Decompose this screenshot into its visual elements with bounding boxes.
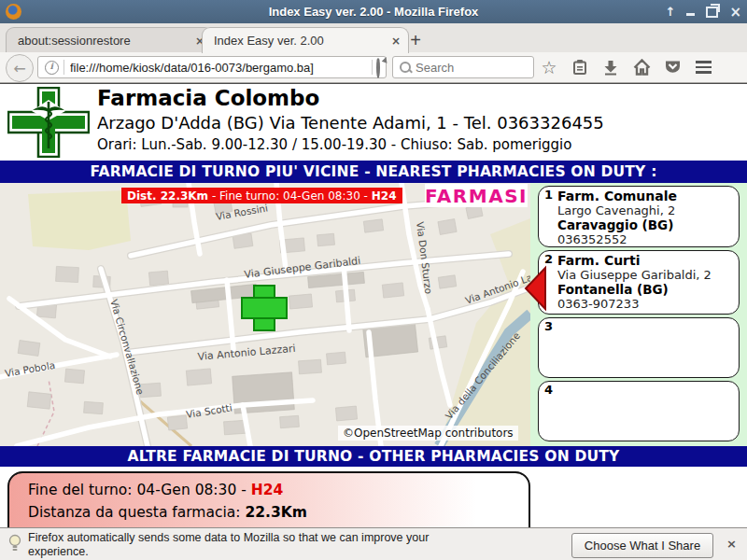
search-bar[interactable] — [392, 56, 534, 78]
pharmacy-list: 1 Farm. Comunale Largo Cavenaghi, 2 Cara… — [530, 183, 747, 446]
tab-label: Index Easy ver. 2.00 — [214, 34, 384, 48]
browser-window: Index Easy ver. 2.00 - Mozilla Firefox ↑… — [0, 0, 747, 560]
tab-sessionrestore[interactable]: about:sessionrestore × — [6, 27, 213, 53]
entry-name: Farm. Comunale — [557, 189, 735, 203]
distance-banner: Dist. 22.3Km - Fine turno: 04-Gen 08:30 … — [121, 188, 402, 203]
tab-strip: about:sessionrestore × Index Easy ver. 2… — [0, 23, 747, 53]
bookmark-star-icon[interactable]: ☆ — [540, 58, 558, 77]
update-arrow-icon[interactable]: ↑ — [666, 5, 676, 19]
home-icon[interactable] — [632, 58, 651, 77]
tab-index-easy[interactable]: Index Easy ver. 2.00 × — [202, 27, 409, 53]
notification-close-icon[interactable]: × — [726, 537, 737, 551]
page-info-icon[interactable] — [45, 61, 59, 75]
entry-number: 3 — [544, 319, 553, 333]
pharmacy-entry-4[interactable]: 4 — [538, 381, 740, 441]
minimize-button[interactable] — [686, 13, 695, 16]
h24-badge: H24 — [372, 189, 397, 203]
notification-text: Firefox automatically sends some data to… — [28, 531, 429, 559]
map-canvas: Via Rossini Via Giuseppe Garibaldi Via D… — [0, 183, 530, 446]
distance-line: Distanza da questa farmacia: 22.3Km — [28, 504, 307, 521]
entry-number: 4 — [544, 383, 553, 397]
search-icon — [400, 62, 411, 73]
entry-street: Largo Cavenaghi, 2 — [557, 203, 735, 217]
entry-number: 2 — [544, 252, 553, 266]
pharmacy-entry-1[interactable]: 1 Farm. Comunale Largo Cavenaghi, 2 Cara… — [538, 186, 740, 247]
entry-city: Caravaggio (BG) — [557, 217, 735, 232]
duty-end-line: Fine del turno: 04-Gen 08:30 - H24 — [28, 482, 283, 498]
entry-street: Via Giuseppe Garibaldi, 2 — [557, 268, 735, 282]
distance-value: Dist. 22.3Km — [127, 189, 208, 203]
url-input[interactable] — [64, 61, 372, 75]
nearest-pharmacies-banner: FARMACIE DI TURNO PIU' VICINE - NEAREST … — [0, 161, 747, 183]
h24-value: H24 — [251, 482, 284, 498]
window-title: Index Easy ver. 2.00 - Mozilla Firefox — [269, 5, 479, 19]
distance-value: 22.3Km — [245, 504, 306, 521]
downloads-icon[interactable] — [601, 58, 620, 77]
pharmacy-entry-3[interactable]: 3 — [538, 317, 740, 378]
pocket-icon[interactable] — [663, 58, 682, 77]
tab-label: about:sessionrestore — [18, 34, 188, 48]
choose-what-i-share-button[interactable]: Choose What I Share — [571, 533, 713, 558]
pharmacy-entry-2[interactable]: 2 Farm. Curti Via Giuseppe Garibaldi, 2 … — [538, 250, 740, 315]
lightbulb-icon — [8, 534, 21, 558]
entry-city: Fontanella (BG) — [557, 282, 735, 297]
maximize-button[interactable] — [706, 7, 718, 18]
selected-entry-arrow-icon — [524, 265, 546, 315]
navigation-toolbar: ← ☆ — [0, 52, 747, 83]
entry-phone: 0363-907233 — [557, 297, 735, 311]
map[interactable]: Via Rossini Via Giuseppe Garibaldi Via D… — [0, 183, 530, 446]
farmasi-logo: FARMASI — [425, 184, 528, 207]
bookmarks-sidebar-icon[interactable] — [571, 58, 589, 77]
back-button[interactable]: ← — [6, 54, 34, 82]
pharmacy-header: Farmacia Colombo Arzago D'Adda (BG) Via … — [0, 84, 747, 161]
divider — [372, 60, 373, 75]
entry-phone: 036352552 — [557, 232, 735, 246]
close-button[interactable]: × — [729, 4, 741, 21]
reload-button[interactable] — [376, 59, 380, 77]
pharmacy-hours: Orari: Lun.-Sab. 9.00-12.30 / 15.00-19.3… — [97, 136, 571, 153]
firefox-icon — [6, 4, 21, 20]
window-titlebar: Index Easy ver. 2.00 - Mozilla Firefox ↑… — [0, 0, 747, 23]
tab-close-icon[interactable]: × — [391, 35, 401, 48]
pharmacy-cross-logo — [7, 87, 90, 161]
other-pharmacies-banner: ALTRE FARMACIE DI TURNO - OTHER PHARMACI… — [0, 446, 747, 467]
telemetry-notification-bar: Firefox automatically sends some data to… — [0, 527, 747, 560]
pharmacy-address: Arzago D'Adda (BG) Via Tenente Adami, 1 … — [97, 113, 604, 133]
map-attribution: ©OpenStreetMap contributors — [338, 426, 518, 441]
entry-number: 1 — [544, 188, 553, 202]
url-bar[interactable] — [37, 56, 387, 78]
entry-name: Farm. Curti — [557, 253, 735, 268]
search-input[interactable] — [414, 60, 533, 76]
pharmacy-name: Farmacia Colombo — [97, 86, 319, 110]
menu-icon[interactable] — [694, 58, 712, 77]
